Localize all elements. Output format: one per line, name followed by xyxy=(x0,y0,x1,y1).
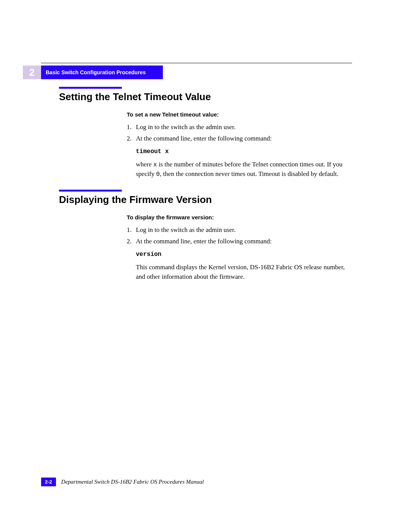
step-text: At the command line, enter the following… xyxy=(136,237,352,246)
document-page: 2 Basic Switch Configuration Procedures … xyxy=(0,0,411,532)
paragraph: where x is the number of minutes before … xyxy=(136,160,352,179)
step-text: Log in to the switch as the admin user. xyxy=(136,123,352,132)
step-number: 1. xyxy=(127,123,136,132)
header-bar: Basic Switch Configuration Procedures xyxy=(41,66,163,79)
section-title: Displaying the Firmware Version xyxy=(59,194,352,206)
section-content: To display the firmware version: 1. Log … xyxy=(127,213,352,282)
command-text: version xyxy=(136,250,352,259)
footer-title: Departmental Switch DS-16B2 Fabric OS Pr… xyxy=(61,479,204,485)
section-firmware-version: Displaying the Firmware Version To displ… xyxy=(59,190,352,284)
command-text: timeout x xyxy=(136,147,352,156)
section-telnet-timeout: Setting the Telnet Timeout Value To set … xyxy=(59,87,352,182)
top-rule xyxy=(41,63,352,63)
code-inline: 0 xyxy=(156,171,160,178)
section-title: Setting the Telnet Timeout Value xyxy=(59,91,352,103)
subheading: To display the firmware version: xyxy=(127,213,352,222)
section-content: To set a new Telnet timeout value: 1. Lo… xyxy=(127,110,352,179)
chapter-number: 2 xyxy=(29,67,35,78)
step-1: 1. Log in to the switch as the admin use… xyxy=(127,225,352,235)
step-number: 1. xyxy=(127,225,136,235)
step-text: Log in to the switch as the admin user. xyxy=(136,225,352,235)
step-1: 1. Log in to the switch as the admin use… xyxy=(127,123,352,132)
step-2: 2. At the command line, enter the follow… xyxy=(127,134,352,144)
chapter-tab: 2 xyxy=(23,66,41,79)
step-number: 2. xyxy=(127,134,136,144)
step-2: 2. At the command line, enter the follow… xyxy=(127,237,352,246)
text-fragment: , then the connection never times out. T… xyxy=(160,170,338,177)
step-number: 2. xyxy=(127,237,136,246)
paragraph: This command displays the Kernel version… xyxy=(136,263,352,281)
section-rule xyxy=(59,190,122,192)
step-text: At the command line, enter the following… xyxy=(136,134,352,144)
page-footer: 2-2 Departmental Switch DS-16B2 Fabric O… xyxy=(41,478,352,486)
header-title: Basic Switch Configuration Procedures xyxy=(41,69,146,75)
subheading: To set a new Telnet timeout value: xyxy=(127,110,352,119)
page-number: 2-2 xyxy=(41,478,56,486)
text-fragment: where xyxy=(136,161,153,168)
section-rule xyxy=(59,87,122,89)
code-inline: x xyxy=(153,161,157,168)
